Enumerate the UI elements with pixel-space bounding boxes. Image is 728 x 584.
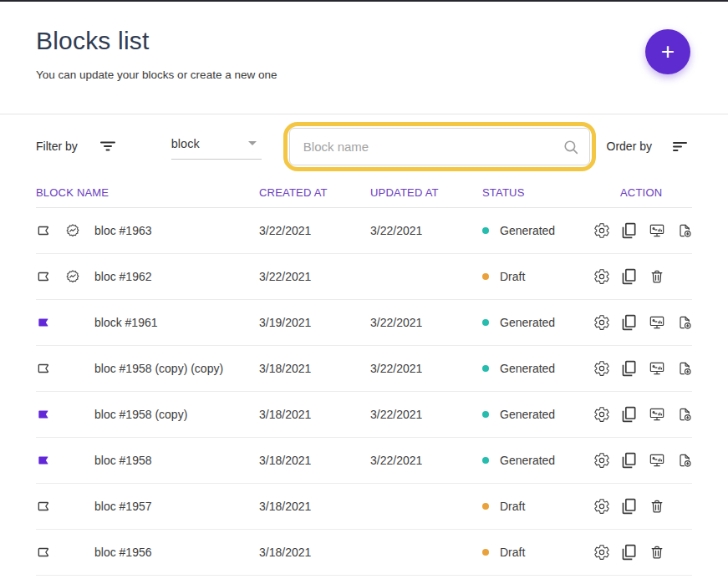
updated-at-cell: 3/22/2021 [370,408,482,421]
settings-icon[interactable] [593,222,610,239]
stamp-icon [64,268,81,285]
block-name-cell: block #1961 [36,314,259,331]
copy-icon[interactable] [621,314,638,331]
order-by-label: Order by [607,140,652,153]
table-row: bloc #19583/18/20213/22/2021Generated [36,438,692,484]
copy-icon[interactable] [621,406,638,423]
status-cell: Draft [482,546,593,559]
block-name-text: bloc #1957 [94,500,152,513]
table-row: bloc #19563/18/2021Draft [36,530,692,576]
block-name-cell: bloc #1963 [36,222,259,239]
settings-icon[interactable] [593,498,610,515]
created-at-cell: 3/18/2021 [259,362,370,375]
status-dot-icon [482,503,489,510]
block-name-cell: bloc #1957 [36,498,259,515]
created-at-cell: 3/18/2021 [259,454,370,467]
block-label-filled-icon [36,314,53,331]
table-row: bloc #19573/18/2021Draft [36,484,692,530]
block-name-text: bloc #1958 (copy) [94,408,187,421]
preview-chart-icon[interactable] [649,314,665,331]
block-name-cell: bloc #1962 [36,268,259,285]
block-name-text: block #1961 [94,316,158,329]
status-dot-icon [482,457,489,464]
block-label-outlined-icon [36,544,53,561]
table-header-row: BLOCK NAME CREATED AT UPDATED AT STATUS … [36,178,692,208]
download-file-icon[interactable] [676,360,693,377]
status-cell: Generated [482,362,593,375]
status-label: Generated [500,454,555,467]
status-label: Draft [500,270,525,283]
created-at-cell: 3/22/2021 [259,270,370,283]
block-name-cell: bloc #1958 (copy) (copy) [36,360,259,377]
table-body: bloc #19633/22/20213/22/2021Generatedblo… [36,208,692,576]
table-row: bloc #19633/22/20213/22/2021Generated [36,208,692,254]
filter-lines-icon[interactable] [98,136,118,156]
page-subtitle: You can update your blocks or create a n… [36,69,692,81]
status-dot-icon [482,227,489,234]
copy-icon[interactable] [621,222,638,239]
settings-icon[interactable] [593,544,610,561]
copy-icon[interactable] [621,268,638,285]
action-cell [593,452,693,469]
block-label-outlined-icon [36,360,53,377]
sort-lines-icon[interactable] [670,136,690,156]
trash-icon[interactable] [649,498,665,515]
table-row: bloc #1958 (copy)3/18/20213/22/2021Gener… [36,392,692,438]
download-file-icon[interactable] [676,452,693,469]
updated-at-cell: 3/22/2021 [370,316,482,329]
status-dot-icon [482,273,489,280]
status-dot-icon [482,365,489,372]
block-label-outlined-icon [36,498,53,515]
updated-at-cell: 3/22/2021 [370,454,482,467]
trash-icon[interactable] [649,544,665,561]
settings-icon[interactable] [593,314,610,331]
status-label: Draft [500,500,525,513]
column-header-status: STATUS [482,186,593,199]
magnifier-icon [562,138,580,156]
filter-by-group: Filter by [36,136,118,156]
copy-icon[interactable] [621,544,638,561]
copy-icon[interactable] [621,452,638,469]
settings-icon[interactable] [593,452,610,469]
status-cell: Draft [482,500,593,513]
block-name-cell: bloc #1956 [36,544,259,561]
created-at-cell: 3/19/2021 [259,316,370,329]
column-header-block-name: BLOCK NAME [36,186,259,199]
block-name-search-input[interactable] [289,128,590,165]
status-label: Generated [500,316,555,329]
preview-chart-icon[interactable] [649,222,665,239]
filter-type-select[interactable]: block [171,134,262,160]
column-header-action: ACTION [593,186,692,199]
preview-chart-icon[interactable] [649,360,665,377]
download-file-icon[interactable] [676,406,693,423]
download-file-icon[interactable] [676,222,693,239]
block-name-text: bloc #1958 [94,454,152,467]
add-block-button[interactable]: + [645,29,690,74]
block-name-text: bloc #1963 [94,224,152,237]
copy-icon[interactable] [621,360,638,377]
created-at-cell: 3/18/2021 [259,500,370,513]
block-label-outlined-icon [36,268,53,285]
action-cell [593,406,693,423]
block-name-text: bloc #1962 [94,270,152,283]
action-cell [593,544,692,561]
download-file-icon[interactable] [676,314,693,331]
created-at-cell: 3/22/2021 [259,224,370,237]
status-cell: Generated [482,316,593,329]
copy-icon[interactable] [621,498,638,515]
stamp-icon [64,222,81,239]
status-label: Generated [500,362,555,375]
trash-icon[interactable] [649,268,665,285]
action-cell [593,222,693,239]
status-dot-icon [482,319,489,326]
updated-at-cell: 3/22/2021 [370,224,482,237]
settings-icon[interactable] [593,268,610,285]
page-title: Blocks list [36,27,692,55]
settings-icon[interactable] [593,406,610,423]
status-label: Draft [500,546,525,559]
preview-chart-icon[interactable] [649,406,665,423]
status-cell: Draft [482,270,593,283]
status-cell: Generated [482,454,593,467]
preview-chart-icon[interactable] [649,452,665,469]
settings-icon[interactable] [593,360,610,377]
